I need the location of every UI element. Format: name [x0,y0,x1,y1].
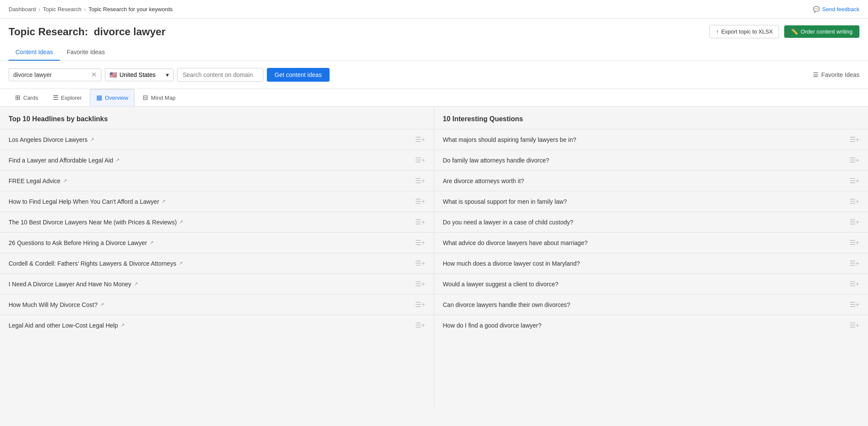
question-text: Do family law attorneys handle divorce? [443,157,845,164]
country-select-wrap[interactable]: 🇺🇸 United States ▾ [105,68,174,81]
external-link-icon: ↗ [63,178,67,184]
table-row[interactable]: What is spousal support for men in famil… [434,191,868,211]
table-row[interactable]: Can divorce lawyers handle their own div… [434,294,868,315]
questions-list: What majors should aspiring family lawye… [434,129,868,335]
add-to-favorites-icon[interactable]: ☰+ [415,177,425,185]
main-tabs: Content Ideas Favorite Ideas [9,44,859,61]
add-to-favorites-icon[interactable]: ☰+ [850,321,859,329]
add-to-favorites-icon[interactable]: ☰+ [415,156,425,164]
breadcrumb-current: Topic Research for your keywords [89,6,173,12]
breadcrumb-sep-2: › [84,6,86,12]
view-tab-explorer[interactable]: ☰ Explorer [46,89,88,106]
table-row[interactable]: What majors should aspiring family lawye… [434,129,868,150]
add-to-favorites-icon[interactable]: ☰+ [415,218,425,226]
table-row[interactable]: Do you need a lawyer in a case of child … [434,211,868,232]
table-row[interactable]: Cordell & Cordell: Fathers' Rights Lawye… [0,253,434,273]
add-to-favorites-icon[interactable]: ☰+ [850,218,859,226]
table-row[interactable]: Do family law attorneys handle divorce? … [434,150,868,170]
question-text: What is spousal support for men in famil… [443,198,845,205]
table-row[interactable]: I Need A Divorce Lawyer And Have No Mone… [0,273,434,294]
add-to-favorites-icon[interactable]: ☰+ [850,197,859,205]
toolbar-left: ✕ 🇺🇸 United States ▾ Get content ideas [9,68,330,82]
view-tab-cards[interactable]: ⊞ Cards [9,89,45,106]
view-tab-overview[interactable]: ▦ Overview [90,89,134,106]
external-link-icon: ↗ [179,219,183,225]
view-tab-mindmap[interactable]: ⊟ Mind Map [136,89,182,106]
table-row[interactable]: 26 Questions to Ask Before Hiring a Divo… [0,232,434,253]
clear-keyword-button[interactable]: ✕ [91,71,97,78]
send-feedback-link[interactable]: 💬 Send feedback [813,6,859,12]
add-to-favorites-icon[interactable]: ☰+ [415,135,425,144]
view-tabs-bar: ⊞ Cards ☰ Explorer ▦ Overview ⊟ Mind Map [0,89,868,107]
breadcrumb-sep-1: › [39,6,40,12]
question-text: What advice do divorce lawyers have abou… [443,239,845,246]
breadcrumb-dashboard[interactable]: Dashboard [9,6,36,12]
table-row[interactable]: Would a lawyer suggest a client to divor… [434,273,868,294]
view-tab-cards-label: Cards [23,95,38,101]
keyword-input[interactable] [13,71,89,78]
toolbar-container: ✕ 🇺🇸 United States ▾ Get content ideas ☰… [0,61,868,89]
view-tab-explorer-label: Explorer [61,95,82,101]
question-text: Would a lawyer suggest a client to divor… [443,281,845,288]
tab-favorite-ideas[interactable]: Favorite Ideas [60,44,112,61]
header-actions: ↑ Export topic to XLSX ✏️ Order content … [709,25,859,38]
order-icon: ✏️ [791,28,798,35]
headline-text: How Much Will My Divorce Cost? ↗ [9,301,411,308]
breadcrumb-topic-research[interactable]: Topic Research [43,6,82,12]
table-row[interactable]: How much does a divorce lawyer cost in M… [434,253,868,273]
table-row[interactable]: Find a Lawyer and Affordable Legal Aid ↗… [0,150,434,170]
add-to-favorites-icon[interactable]: ☰+ [850,135,859,144]
table-row[interactable]: Are divorce attorneys worth it? ☰+ [434,170,868,191]
breadcrumb: Dashboard › Topic Research › Topic Resea… [9,6,173,12]
external-link-icon: ↗ [100,302,104,307]
order-label: Order content writing [801,28,853,35]
question-text: Do you need a lawyer in a case of child … [443,219,845,226]
page-title-prefix: Topic Research: [9,26,88,37]
add-to-favorites-icon[interactable]: ☰+ [850,239,859,247]
page-title-keyword: divorce lawyer [94,26,165,37]
send-feedback-label: Send feedback [822,6,859,12]
favorite-ideas-label: Favorite Ideas [821,71,859,78]
add-to-favorites-icon[interactable]: ☰+ [850,156,859,164]
export-label: Export topic to XLSX [721,28,773,35]
get-ideas-button[interactable]: Get content ideas [267,68,330,82]
table-row[interactable]: FREE Legal Advice ↗ ☰+ [0,170,434,191]
add-to-favorites-icon[interactable]: ☰+ [415,321,425,329]
table-row[interactable]: Los Angeles Divorce Lawyers ↗ ☰+ [0,129,434,150]
external-link-icon: ↗ [179,261,183,266]
add-to-favorites-icon[interactable]: ☰+ [850,259,859,267]
add-to-favorites-icon[interactable]: ☰+ [415,300,425,309]
table-row[interactable]: How Much Will My Divorce Cost? ↗ ☰+ [0,294,434,315]
keyword-input-wrap: ✕ [9,68,101,81]
headline-text: How to Find Legal Help When You Can't Af… [9,198,411,205]
page-header: Topic Research: divorce lawyer ↑ Export … [0,19,868,61]
export-button[interactable]: ↑ Export topic to XLSX [709,25,779,38]
table-row[interactable]: What advice do divorce lawyers have abou… [434,232,868,253]
export-icon: ↑ [716,28,719,35]
add-to-favorites-icon[interactable]: ☰+ [850,177,859,185]
favorite-ideas-toolbar[interactable]: ☰ Favorite Ideas [813,71,859,78]
add-to-favorites-icon[interactable]: ☰+ [850,300,859,309]
question-text: Are divorce attorneys worth it? [443,178,845,184]
add-to-favorites-icon[interactable]: ☰+ [415,259,425,267]
favorite-ideas-icon: ☰ [813,71,819,78]
headline-text: Legal Aid and other Low-Cost Legal Help … [9,322,411,329]
topbar: Dashboard › Topic Research › Topic Resea… [0,0,868,19]
question-text: What majors should aspiring family lawye… [443,136,845,143]
left-panel: Top 10 Headlines by backlinks Los Angele… [0,107,434,408]
table-row[interactable]: The 10 Best Divorce Lawyers Near Me (wit… [0,211,434,232]
add-to-favorites-icon[interactable]: ☰+ [415,239,425,247]
external-link-icon: ↗ [162,199,165,204]
country-dropdown[interactable]: United States [119,71,163,78]
external-link-icon: ↗ [134,281,138,287]
right-panel: 10 Interesting Questions What majors sho… [434,107,868,408]
table-row[interactable]: How do I find a good divorce lawyer? ☰+ [434,315,868,335]
add-to-favorites-icon[interactable]: ☰+ [415,280,425,288]
tab-content-ideas[interactable]: Content Ideas [9,44,60,61]
domain-search-input[interactable] [177,68,263,82]
table-row[interactable]: How to Find Legal Help When You Can't Af… [0,191,434,211]
table-row[interactable]: Legal Aid and other Low-Cost Legal Help … [0,315,434,335]
add-to-favorites-icon[interactable]: ☰+ [850,280,859,288]
add-to-favorites-icon[interactable]: ☰+ [415,197,425,205]
order-writing-button[interactable]: ✏️ Order content writing [784,25,859,38]
